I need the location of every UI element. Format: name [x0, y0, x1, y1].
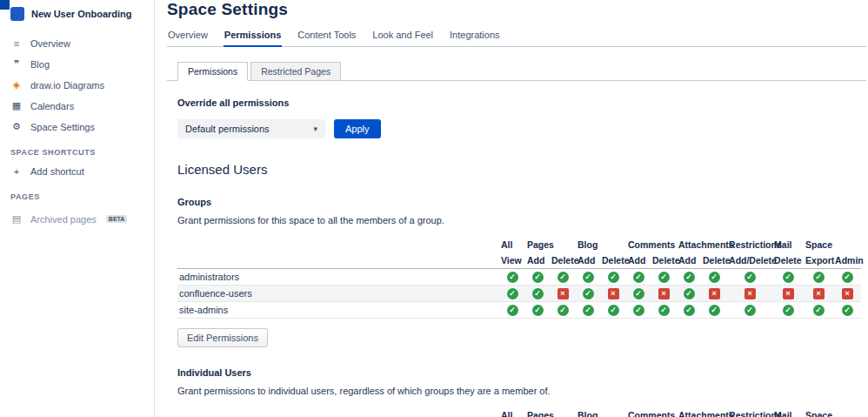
permission-denied-icon: × — [709, 288, 720, 299]
individual-users-description: Grant permissions to individual users, r… — [177, 386, 866, 396]
beta-badge: BETA — [106, 215, 128, 223]
column-delete: Delete — [772, 252, 804, 269]
permissions-dropdown-value: Default permissions — [185, 124, 270, 134]
permission-granted-icon: ✓ — [583, 305, 594, 316]
space-avatar-icon — [10, 7, 24, 21]
groups-permissions-table: AllPagesBlogCommentsAttachmentsRestricti… — [177, 237, 861, 319]
sidebar-item-add-shortcut[interactable]: +Add shortcut — [10, 166, 149, 177]
column-group-mail: Mail — [772, 407, 804, 417]
main-tabs: OverviewPermissionsContent ToolsLook and… — [167, 27, 866, 47]
apply-button[interactable]: Apply — [334, 119, 381, 138]
permission-denied-icon: × — [608, 288, 619, 299]
permission-granted-icon: ✓ — [842, 305, 853, 316]
tab-permissions[interactable]: Permissions — [224, 27, 282, 47]
edit-permissions-button[interactable]: Edit Permissions — [177, 328, 268, 347]
sidebar-item-label: Space Settings — [30, 122, 95, 132]
column-group-blog: Blog — [576, 407, 626, 417]
groups-description: Grant permissions for this space to all … — [177, 215, 866, 225]
sidebar-item-label: Overview — [30, 38, 70, 49]
column-delete: Delete — [701, 252, 727, 269]
permission-granted-icon: ✓ — [813, 305, 825, 316]
permission-granted-icon: ✓ — [684, 272, 695, 283]
sidebar-item-draw-io-diagrams[interactable]: ◈draw.io Diagrams — [10, 79, 149, 91]
subtab-permissions[interactable]: Permissions — [177, 62, 248, 81]
sidebar-item-space-settings[interactable]: ⚙Space Settings — [10, 121, 149, 132]
column-delete: Delete — [651, 252, 677, 269]
permission-granted-icon: ✓ — [842, 272, 853, 283]
column-group-all: All — [499, 237, 525, 252]
blog-icon: ❞ — [10, 58, 23, 70]
groups-heading: Groups — [177, 197, 866, 207]
app-logo-strip[interactable] — [0, 0, 10, 10]
permissions-dropdown[interactable]: Default permissions ▾ — [177, 119, 325, 138]
permission-granted-icon: ✓ — [744, 272, 756, 283]
sidebar-item-label: Archived pages — [30, 214, 97, 225]
permission-granted-icon: ✓ — [684, 288, 695, 299]
permission-granted-icon: ✓ — [507, 272, 518, 283]
space-header[interactable]: New User Onboarding — [10, 7, 149, 21]
permission-granted-icon: ✓ — [583, 288, 594, 299]
column-add-delete: Add/Delete — [727, 252, 772, 269]
row-name: confluence-users — [177, 286, 499, 302]
sidebar-item-archived-pages[interactable]: ▤Archived pagesBETA — [10, 213, 149, 225]
column-group-blog: Blog — [576, 237, 626, 252]
tab-content-tools[interactable]: Content Tools — [297, 27, 357, 46]
sidebar-item-label: Add shortcut — [30, 166, 84, 177]
permission-granted-icon: ✓ — [583, 272, 594, 283]
sidebar: New User Onboarding ≡Overview❞Blog◈draw.… — [0, 0, 155, 417]
sidebar-item-blog[interactable]: ❞Blog — [10, 58, 149, 70]
permission-denied-icon: × — [658, 288, 670, 299]
individual-permissions-table: AllPagesBlogCommentsAttachmentsRestricti… — [177, 407, 861, 417]
permission-granted-icon: ✓ — [783, 272, 794, 283]
permission-granted-icon: ✓ — [532, 288, 544, 299]
permission-granted-icon: ✓ — [633, 305, 644, 316]
permission-granted-icon: ✓ — [532, 272, 544, 283]
sidebar-item-label: draw.io Diagrams — [30, 80, 104, 91]
sidebar-nav: ≡Overview❞Blog◈draw.io Diagrams▦Calendar… — [10, 38, 149, 225]
column-group-attachments: Attachments — [677, 407, 727, 417]
licensed-users-heading: Licensed Users — [177, 162, 866, 177]
permission-granted-icon: ✓ — [507, 305, 518, 316]
sidebar-section-title: PAGES — [10, 192, 149, 201]
sidebar-item-label: Calendars — [30, 101, 74, 111]
individual-users-heading: Individual Users — [177, 367, 866, 378]
sidebar-item-calendars[interactable]: ▦Calendars — [10, 100, 149, 111]
permission-granted-icon: ✓ — [507, 288, 518, 299]
column-group-pages: Pages — [525, 237, 576, 252]
permission-denied-icon: × — [558, 288, 569, 299]
permission-granted-icon: ✓ — [633, 288, 644, 299]
sidebar-item-overview[interactable]: ≡Overview — [10, 38, 149, 49]
column-export: Export — [804, 252, 833, 269]
column-group-attachments: Attachments — [677, 237, 727, 252]
archive-icon: ▤ — [10, 213, 23, 225]
subtab-restricted-pages[interactable]: Restricted Pages — [250, 62, 341, 81]
permission-granted-icon: ✓ — [558, 305, 569, 316]
overview-icon: ≡ — [10, 38, 23, 49]
permission-denied-icon: × — [813, 288, 825, 299]
gear-icon: ⚙ — [10, 121, 23, 132]
row-name: site-admins — [177, 302, 499, 319]
tab-overview[interactable]: Overview — [167, 27, 209, 46]
tab-look-and-feel[interactable]: Look and Feel — [371, 27, 434, 46]
tab-integrations[interactable]: Integrations — [449, 27, 500, 46]
sidebar-section-title: SPACE SHORTCUTS — [10, 148, 149, 157]
permission-subtabs: PermissionsRestricted Pages — [167, 62, 866, 81]
table-row: confluence-users✓✓×✓×✓×✓××××× — [177, 286, 861, 302]
plus-icon: + — [10, 166, 23, 177]
permission-denied-icon: × — [783, 288, 794, 299]
permission-granted-icon: ✓ — [813, 272, 825, 283]
permission-denied-icon: × — [744, 288, 756, 299]
column-group-comments: Comments — [626, 237, 677, 252]
chevron-down-icon: ▾ — [313, 124, 317, 133]
permission-granted-icon: ✓ — [744, 305, 756, 316]
column-delete: Delete — [550, 252, 576, 269]
page-title: Space Settings — [167, 0, 866, 19]
column-view: View — [499, 252, 525, 269]
column-group-comments: Comments — [626, 407, 677, 417]
column-group-restrictions: Restrictions — [727, 237, 772, 252]
column-admin: Admin — [833, 252, 861, 269]
column-delete: Delete — [600, 252, 626, 269]
drawio-icon: ◈ — [10, 79, 23, 91]
override-permissions-section: Override all permissions Default permiss… — [177, 98, 866, 138]
permission-denied-icon: × — [842, 288, 853, 299]
